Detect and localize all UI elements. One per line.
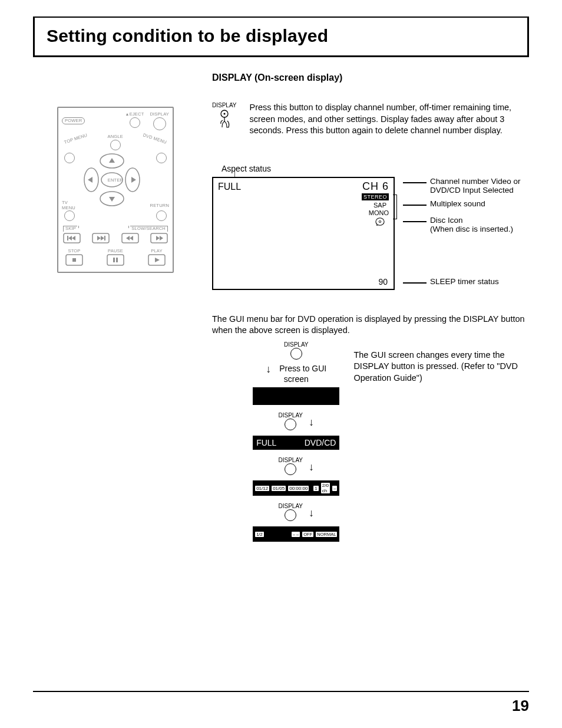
gui-display-label-3: DISPLAY [279, 457, 303, 463]
gui-bar-full-dvdcd: FULL DVD/CD [253, 436, 339, 450]
svg-marker-19 [130, 236, 133, 241]
tv-label: TV [62, 200, 75, 205]
svg-rect-26 [113, 258, 115, 262]
section-heading: DISPLAY (On-screen display) [212, 73, 529, 83]
tv-menu-button[interactable] [64, 210, 75, 221]
down-arrow-icon: ↓ [309, 508, 314, 518]
stop-button[interactable] [65, 254, 83, 266]
press-hand-icon [216, 110, 233, 133]
svg-rect-16 [104, 236, 105, 241]
return-button[interactable] [156, 210, 167, 221]
gui-info-b: 01/05 [272, 486, 286, 491]
osd-full: FULL [218, 182, 241, 192]
svg-point-34 [379, 220, 381, 222]
skip-label: SKIP [65, 226, 76, 231]
play-button[interactable] [148, 254, 166, 266]
enter-button[interactable]: ENTER [108, 177, 123, 183]
gui-display-label-1: DISPLAY [253, 341, 339, 348]
svg-marker-15 [101, 236, 104, 241]
gui-bar-dvdcd: DVD/CD [305, 438, 336, 447]
gui-bar-blank [253, 387, 339, 405]
page-number: 19 [33, 697, 529, 715]
gui-info-e: 2/0 ch [321, 483, 330, 493]
page-title: Setting condition to be displayed [47, 26, 515, 46]
return-label: RETURN [150, 203, 169, 208]
skip-next-button[interactable] [92, 233, 110, 243]
manual-page: Setting condition to be displayed POWER … [0, 0, 562, 728]
title-box: Setting condition to be displayed [33, 18, 529, 57]
gui-display-button-3[interactable] [285, 463, 296, 475]
gui-flow-diagram: DISPLAY ↓ Press to GUI screen DISPLAY [253, 341, 339, 542]
svg-marker-12 [72, 236, 75, 241]
callout-multiplex: Multiplex sound [430, 199, 485, 208]
gui-bar-full: FULL [256, 438, 276, 447]
power-button[interactable]: POWER [62, 117, 85, 124]
down-arrow-icon: ↓ [309, 417, 314, 427]
svg-marker-5 [109, 158, 115, 163]
disc-icon [375, 217, 385, 226]
top-menu-label: TOP MENU [64, 132, 88, 144]
svg-marker-7 [88, 177, 92, 183]
angle-button[interactable] [110, 140, 121, 150]
pause-button[interactable] [107, 254, 124, 266]
gui-bottom-a: 1/2 [255, 532, 263, 537]
aspect-status-label: Aspect status [222, 164, 529, 173]
display-press-icon: DISPLAY [212, 102, 237, 137]
svg-marker-18 [126, 236, 130, 241]
svg-marker-6 [109, 197, 115, 202]
svg-marker-29 [155, 258, 160, 262]
osd-mono: MONO [369, 209, 389, 216]
osd-diagram: FULL CH 6 STEREO SAP MONO 90 [212, 177, 529, 290]
mid-paragraph: The GUI menu bar for DVD operation is di… [212, 314, 529, 337]
svg-point-33 [376, 218, 384, 225]
svg-rect-27 [116, 258, 118, 262]
gui-display-button-1[interactable] [290, 348, 302, 360]
osd-sap: SAP [373, 202, 386, 209]
osd-callouts: Channel number Video or DVD/CD Input Sel… [404, 177, 529, 290]
svg-point-31 [223, 113, 225, 115]
stop-label: STOP [68, 248, 80, 253]
callout-disc: Disc Icon (When disc is inserted.) [430, 216, 513, 233]
gui-display-label-2: DISPLAY [279, 412, 303, 419]
page-footer: 19 [33, 691, 529, 715]
dvd-menu-label: DVD MENU [143, 132, 167, 144]
content-column: DISPLAY (On-screen display) DISPLAY P [212, 73, 529, 542]
gui-display-label-4: DISPLAY [279, 503, 303, 509]
display-icon-label: DISPLAY [212, 102, 237, 108]
gui-info-bar-1: 01/12 01/05 00:00:00 1 2/0 ch – [253, 480, 339, 496]
gui-display-button-4[interactable] [285, 509, 296, 521]
slow-rev-button[interactable] [121, 233, 139, 243]
svg-marker-8 [131, 177, 136, 183]
svg-rect-10 [67, 236, 68, 241]
footer-rule [33, 691, 529, 692]
skip-prev-button[interactable] [63, 233, 81, 243]
display-button[interactable] [153, 117, 166, 130]
gui-bottom-dash: – – [292, 532, 300, 537]
svg-marker-21 [156, 236, 160, 241]
osd-stereo: STEREO [362, 193, 389, 200]
eject-label: ▲EJECT [125, 111, 144, 117]
svg-marker-22 [160, 236, 163, 241]
down-arrow-icon: ↓ [266, 364, 271, 374]
display-label: DISPLAY [150, 111, 169, 117]
multiplex-bracket [393, 195, 397, 219]
angle-label: ANGLE [107, 134, 123, 139]
pause-label: PAUSE [108, 248, 123, 253]
gui-info-bar-2: 1/2 – – OFF NORMAL [253, 526, 339, 542]
gui-info-a: 01/12 [255, 486, 269, 491]
menu-label: MENU [62, 205, 75, 210]
slow-fwd-button[interactable] [150, 233, 168, 243]
svg-marker-14 [97, 236, 101, 241]
callout-channel: Channel number Video or DVD/CD Input Sel… [430, 177, 529, 195]
remote-control-diagram: POWER ▲EJECT DISPLAY [57, 107, 174, 273]
gui-bottom-c: NORMAL [316, 532, 337, 537]
gui-info-c: 00:00:00 [288, 486, 309, 491]
intro-paragraph: Press this button to display channel num… [250, 102, 530, 137]
play-label: PLAY [151, 248, 162, 253]
remote-column: POWER ▲EJECT DISPLAY [33, 73, 198, 273]
gui-bottom-b: OFF [302, 532, 313, 537]
eject-button[interactable] [130, 117, 140, 128]
svg-rect-25 [107, 255, 124, 265]
slow-search-label: SLOW/SEARCH [131, 226, 166, 231]
gui-display-button-2[interactable] [285, 419, 296, 430]
